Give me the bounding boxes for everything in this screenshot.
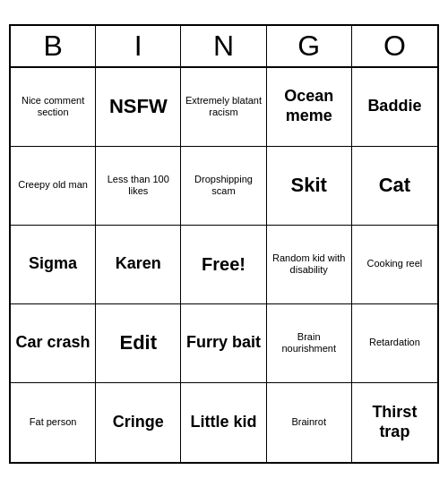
bingo-cell-1: NSFW <box>96 68 181 147</box>
bingo-cell-20: Fat person <box>11 383 96 462</box>
bingo-cell-2: Extremely blatant racism <box>181 68 266 147</box>
bingo-grid: Nice comment sectionNSFWExtremely blatan… <box>11 68 437 462</box>
bingo-card: BINGO Nice comment sectionNSFWExtremely … <box>9 24 439 464</box>
header-letter-G: G <box>267 26 352 66</box>
bingo-cell-8: Skit <box>267 147 352 226</box>
bingo-cell-7: Dropshipping scam <box>181 147 266 226</box>
header-letter-I: I <box>96 26 181 66</box>
bingo-cell-13: Random kid with disability <box>267 226 352 304</box>
bingo-cell-10: Sigma <box>11 226 96 304</box>
bingo-cell-15: Car crash <box>11 304 96 383</box>
bingo-header: BINGO <box>11 26 437 68</box>
bingo-cell-23: Brainrot <box>267 383 352 462</box>
bingo-cell-14: Cooking reel <box>352 226 437 304</box>
bingo-cell-11: Karen <box>96 226 181 304</box>
bingo-cell-5: Creepy old man <box>11 147 96 226</box>
header-letter-B: B <box>11 26 96 66</box>
bingo-cell-6: Less than 100 likes <box>96 147 181 226</box>
header-letter-O: O <box>352 26 437 66</box>
bingo-cell-3: Ocean meme <box>267 68 352 147</box>
header-letter-N: N <box>181 26 266 66</box>
bingo-cell-0: Nice comment section <box>11 68 96 147</box>
bingo-cell-12: Free! <box>181 226 266 304</box>
bingo-cell-22: Little kid <box>181 383 266 462</box>
bingo-cell-16: Edit <box>96 304 181 383</box>
bingo-cell-17: Furry bait <box>181 304 266 383</box>
bingo-cell-18: Brain nourishment <box>267 304 352 383</box>
bingo-cell-24: Thirst trap <box>352 383 437 462</box>
bingo-cell-4: Baddie <box>352 68 437 147</box>
bingo-cell-19: Retardation <box>352 304 437 383</box>
bingo-cell-9: Cat <box>352 147 437 226</box>
bingo-cell-21: Cringe <box>96 383 181 462</box>
